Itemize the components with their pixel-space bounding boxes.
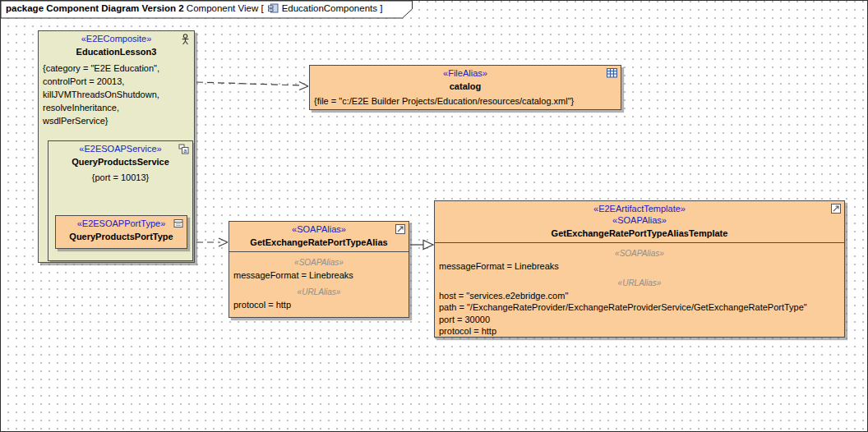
frame-view-label: Component View [ — [187, 3, 264, 13]
stereotype-label: «E2ESOAPService» — [48, 141, 192, 154]
section-label-urlalias: «URLAlias» — [435, 278, 844, 288]
compartment-separator — [435, 242, 844, 243]
section-label-soapalias: «SOAPAlias» — [229, 258, 409, 268]
stereotype-label-2: «SOAPAlias» — [435, 214, 844, 226]
node-query-products-port-type[interactable]: «E2ESOAPPortType» QueryProductsPortType — [55, 215, 187, 249]
node-name: catalog — [310, 79, 621, 93]
frame-bracket-close: ] — [380, 3, 382, 13]
frame-tab-title: package Component Diagram Version 2 Comp… — [6, 1, 382, 17]
node-name: GetExchangeRatePortTypeAliasTemplate — [435, 226, 844, 240]
section-text-urlalias: host = "services.e2ebridge.com" path = "… — [435, 288, 844, 338]
dependency-lesson-to-catalog[interactable] — [196, 82, 308, 90]
node-catalog[interactable]: «FileAlias» catalog {file = "c:/E2E Buil… — [309, 65, 621, 110]
tagged-values: {file = "c:/E2E Builder Projects/Educati… — [310, 93, 621, 108]
artifact-template-icon — [831, 204, 841, 214]
soap-alias-icon — [395, 224, 405, 234]
section-text-soapalias: messageFormat = Linebreaks — [435, 259, 844, 273]
diagram-canvas: package Component Diagram Version 2 Comp… — [0, 0, 868, 432]
port-type-icon — [173, 218, 183, 228]
stereotype-label: «FileAlias» — [310, 66, 621, 79]
node-get-exchange-rate-port-type-alias[interactable]: «SOAPAlias» GetExchangeRatePortTypeAlias… — [229, 221, 409, 318]
node-name: QueryProductsPortType — [56, 229, 187, 243]
stereotype-label: «E2EComposite» — [39, 31, 194, 44]
stereotype-label: «SOAPAlias» — [229, 222, 409, 235]
node-get-exchange-rate-port-type-alias-template[interactable]: «E2EArtifactTemplate» «SOAPAlias» GetExc… — [434, 200, 845, 338]
component-diagram-icon — [268, 2, 279, 18]
frame-package-title: package Component Diagram Version 2 — [6, 3, 184, 13]
node-name: QueryProductsService — [48, 154, 192, 168]
section-text-soapalias: messageFormat = Linebreaks — [229, 268, 409, 282]
node-name: GetExchangeRatePortTypeAlias — [229, 235, 409, 249]
node-name: EducationLesson3 — [39, 44, 194, 58]
dependency-porttype-to-alias[interactable] — [196, 238, 228, 246]
soap-service-icon: a — [178, 144, 189, 154]
generalization-alias-to-template[interactable] — [410, 241, 433, 250]
tagged-values: {category = "E2E Education", controlPort… — [39, 58, 194, 127]
compartment-separator — [229, 251, 409, 252]
frame-diagram-name: EducationComponents — [282, 3, 377, 13]
composite-figure-icon — [180, 34, 191, 45]
tagged-values: {port = 10013} — [48, 168, 192, 184]
svg-text:a: a — [183, 148, 187, 154]
stereotype-label: «E2ESOAPPortType» — [56, 216, 187, 229]
section-label-urlalias: «URLAlias» — [229, 287, 409, 297]
file-alias-icon — [607, 68, 617, 78]
node-education-lesson3[interactable]: «E2EComposite» EducationLesson3 {categor… — [38, 30, 195, 263]
diagram-frame-tab[interactable]: package Component Diagram Version 2 Comp… — [1, 1, 413, 19]
node-query-products-service[interactable]: a «E2ESOAPService» QueryProductsService … — [48, 140, 193, 261]
section-label-soapalias: «SOAPAlias» — [435, 249, 844, 259]
stereotype-label-1: «E2EArtifactTemplate» — [435, 201, 844, 214]
section-text-urlalias: protocol = http — [229, 297, 409, 311]
